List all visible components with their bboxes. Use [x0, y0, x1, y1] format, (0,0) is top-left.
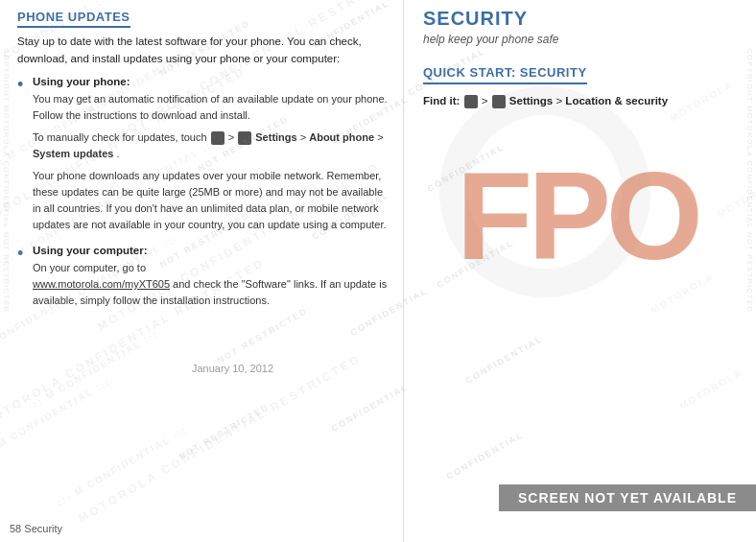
find-it-text: Find it: > Settings > Location & securit… [423, 92, 744, 111]
bullet1-system: System updates [33, 148, 113, 159]
phone-updates-intro: Stay up to date with the latest software… [17, 34, 388, 68]
quick-start-title: QUICK START: SECURITY [423, 65, 587, 84]
bullet-item-1: • Using your phone: You may get an autom… [17, 76, 388, 239]
security-title: SECURITY [423, 8, 744, 30]
bullet2-url[interactable]: www.motorola.com/myXT605 [33, 278, 170, 290]
left-column: PHONE UPDATES Stay up to date with the l… [0, 0, 403, 542]
bullet1-settings: Settings [255, 131, 296, 143]
footer-page-number: 58 [10, 523, 21, 534]
find-it-icon2 [492, 95, 506, 108]
bullet1-text3: Your phone downloads any updates over yo… [33, 168, 388, 233]
phone-updates-title: PHONE UPDATES [17, 10, 130, 28]
bullet-dot-2: • [17, 242, 29, 315]
bullet2-text1: On your computer, go to www.motorola.com… [33, 260, 388, 309]
security-subtitle: help keep your phone safe [423, 33, 744, 46]
right-column: SECURITY help keep your phone safe QUICK… [403, 0, 756, 542]
find-it-arrow2: > [555, 95, 565, 106]
screen-not-available-banner: SCREEN NOT YET AVAILABLE [499, 484, 756, 511]
page-footer: 58 Security [10, 523, 62, 534]
home-icon [211, 131, 224, 145]
bullet1-text2-prefix: To manually check for updates, touch [33, 131, 210, 143]
bullet1-end: . [116, 148, 119, 159]
bullet-dot-1: • [17, 73, 29, 239]
find-it-settings: Settings [509, 95, 553, 106]
bullet-content-2: Using your computer: On your computer, g… [33, 245, 388, 315]
bullet2-text-prefix: On your computer, go to [33, 262, 146, 273]
settings-icon-small [238, 131, 251, 145]
bullet1-label: Using your phone: [33, 76, 388, 87]
bullet-item-2: • Using your computer: On your computer,… [17, 245, 388, 315]
find-it-icon1 [464, 95, 478, 108]
find-it-arrow1: > [482, 95, 491, 106]
bullet1-text2: To manually check for updates, touch > S… [33, 130, 388, 162]
find-it-destination: Location & security [565, 95, 668, 106]
bullet1-arrow3: > [377, 131, 383, 143]
bullet-content-1: Using your phone: You may get an automat… [33, 76, 388, 239]
bullet1-about: About phone [309, 131, 374, 143]
bullet2-label: Using your computer: [33, 245, 388, 256]
bullet1-arrow2: > [300, 131, 309, 143]
page-container: ::: M CONFIDENTIAL ::: ::: M CONFIDENTIA… [0, 0, 756, 542]
footer-section: Security [24, 523, 62, 534]
bullet1-arrow1: > [228, 131, 237, 143]
bullet1-text1: You may get an automatic notification of… [33, 91, 388, 124]
find-it-label: Find it: [423, 95, 460, 106]
